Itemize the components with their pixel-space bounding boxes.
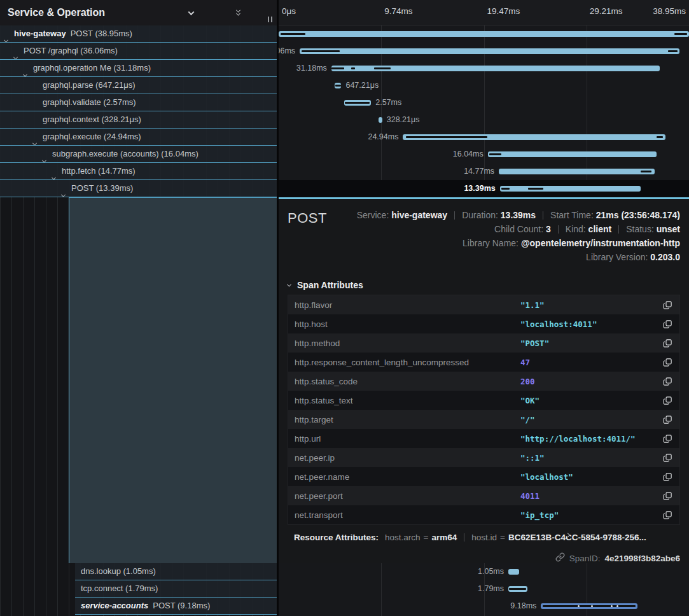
attr-key: net.transport <box>295 510 520 520</box>
attr-row: http.url"http://localhost:4011/" <box>288 429 679 448</box>
tree-header: Service & Operation <box>0 0 277 25</box>
meta-value: 21ms (23:56:48.174) <box>596 210 680 220</box>
span-bar[interactable] <box>300 48 679 54</box>
resource-equals: = <box>500 533 505 542</box>
copy-icon[interactable] <box>662 319 673 329</box>
duration-label: 14.77ms <box>464 163 494 180</box>
collapse-one-icon[interactable] <box>186 8 196 18</box>
copy-icon[interactable] <box>662 300 673 310</box>
span-bar[interactable] <box>403 134 665 140</box>
child-span-marker <box>331 67 345 69</box>
operation-label: graphql.context (328.21μs) <box>43 115 141 124</box>
span-bar[interactable] <box>331 66 660 71</box>
attr-value: "1.1" <box>520 300 662 310</box>
span-attributes-header[interactable]: Span Attributes <box>288 279 363 290</box>
duration-label: 16.04ms <box>453 146 484 163</box>
span-bar[interactable] <box>508 586 527 592</box>
span-bar[interactable] <box>279 31 689 37</box>
timeline-ruler[interactable]: 0μs9.74ms19.47ms29.21ms38.95ms <box>279 0 689 25</box>
tree-row[interactable]: http.fetch (14.77ms) <box>0 163 277 180</box>
tree-row[interactable]: graphql.operation Me (31.18ms) <box>0 60 277 77</box>
child-span-marker <box>374 67 391 69</box>
tree-row[interactable]: tcp.connect (1.79ms) <box>75 580 277 598</box>
tree-row[interactable]: graphql.execute (24.94ms) <box>0 129 277 146</box>
expand-all-icon[interactable] <box>256 8 267 18</box>
tree-row[interactable]: POST /graphql (36.06ms) <box>0 43 277 60</box>
tree-row[interactable]: graphql.context (328.21μs) <box>0 111 277 129</box>
span-bar[interactable] <box>500 186 641 192</box>
tree-row[interactable]: service-accountsPOST (9.18ms) <box>75 598 277 615</box>
column-resizer-grip[interactable] <box>268 17 272 22</box>
child-span-marker <box>641 171 651 172</box>
attr-row: net.transport"ip_tcp" <box>288 505 679 524</box>
child-span-marker <box>528 188 543 190</box>
attr-key: net.peer.name <box>295 472 520 482</box>
attr-value: "POST" <box>520 339 662 348</box>
timeline-bars-bottom: 1.05ms1.79ms9.18ms <box>279 563 689 615</box>
child-span-marker <box>302 50 340 52</box>
copy-icon[interactable] <box>662 396 673 405</box>
service-name: service-accounts <box>81 601 148 610</box>
attr-row: net.peer.port4011 <box>288 486 679 505</box>
attr-value: "::1" <box>520 453 662 463</box>
copy-icon[interactable] <box>662 358 673 367</box>
child-span-marker <box>489 153 501 155</box>
chevron-down-icon[interactable] <box>62 186 65 197</box>
span-bar[interactable] <box>344 100 372 106</box>
chevron-down-icon[interactable] <box>14 49 17 60</box>
chevron-down-icon[interactable] <box>43 152 46 163</box>
chevron-down-icon[interactable] <box>52 169 55 180</box>
timeline-row: 31.18ms <box>279 60 689 77</box>
chevron-down-icon[interactable] <box>24 66 27 77</box>
meta-label: Status: <box>626 224 656 234</box>
operation-label: POST (38.95ms) <box>71 29 132 38</box>
attr-value: 200 <box>520 377 662 386</box>
link-icon[interactable] <box>555 552 565 564</box>
ruler-tick: 9.74ms <box>384 6 412 16</box>
child-span-marker <box>509 588 526 590</box>
span-bar[interactable] <box>379 117 382 123</box>
span-tree-rows-bottom: dns.lookup (1.05ms)tcp.connect (1.79ms)s… <box>75 563 277 615</box>
tree-row[interactable]: graphql.parse (647.21μs) <box>0 77 277 94</box>
copy-icon[interactable] <box>662 434 673 444</box>
meta-label: Library Name: <box>463 238 521 248</box>
copy-icon[interactable] <box>662 472 673 482</box>
span-bar[interactable] <box>335 83 342 88</box>
ruler-tick: 38.95ms <box>653 6 686 16</box>
span-bar[interactable] <box>541 603 637 609</box>
copy-icon[interactable] <box>662 377 673 386</box>
duration-label: 1.79ms <box>478 580 504 598</box>
span-id-row: SpanID: 4e21998f3b82abe6 <box>555 552 680 564</box>
collapse-all-icon[interactable] <box>233 8 243 18</box>
attr-key: http.method <box>295 339 520 348</box>
tree-row[interactable]: graphql.validate (2.57ms) <box>0 94 277 111</box>
chevron-down-icon[interactable] <box>4 32 8 43</box>
span-bar[interactable] <box>488 151 657 157</box>
operation-label: POST (13.39ms) <box>71 183 133 193</box>
tree-row[interactable]: hive-gatewayPOST (38.95ms) <box>0 25 277 43</box>
child-span-marker <box>657 136 663 138</box>
panel-divider[interactable] <box>277 0 279 616</box>
resource-attributes-label[interactable]: Resource Attributes: <box>294 533 379 542</box>
child-span-marker <box>543 605 636 607</box>
copy-icon[interactable] <box>662 491 673 501</box>
copy-icon[interactable] <box>662 415 673 424</box>
operation-label: graphql.parse (647.21μs) <box>43 80 136 90</box>
span-meta-line: Library Name: @opentelemetry/instrumenta… <box>342 236 680 250</box>
attr-key: http.host <box>295 319 520 329</box>
tree-row[interactable]: POST (13.39ms) <box>0 180 277 197</box>
span-id-label: SpanID: <box>569 554 601 563</box>
chevron-down-icon[interactable] <box>33 135 36 146</box>
expand-one-icon[interactable] <box>209 8 219 18</box>
resource-key: host.id <box>471 533 497 542</box>
attr-key: http.url <box>295 434 520 444</box>
timeline-row: 14.77ms <box>279 163 689 180</box>
tree-row[interactable]: subgraph.execute (accounts) (16.04ms) <box>0 146 277 163</box>
span-bar[interactable] <box>508 569 519 575</box>
copy-icon[interactable] <box>662 453 673 463</box>
copy-icon[interactable] <box>662 510 673 520</box>
meta-separator <box>454 211 455 220</box>
span-bar[interactable] <box>499 169 655 174</box>
tree-row[interactable]: dns.lookup (1.05ms) <box>75 563 277 580</box>
copy-icon[interactable] <box>662 339 673 348</box>
